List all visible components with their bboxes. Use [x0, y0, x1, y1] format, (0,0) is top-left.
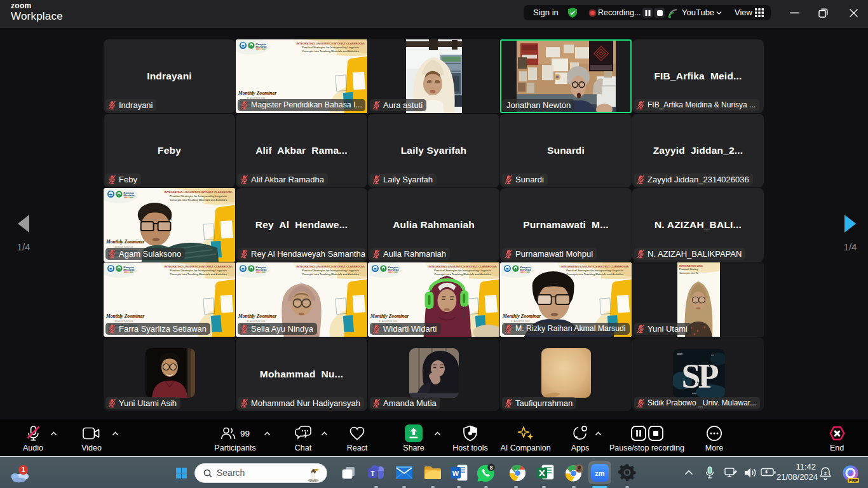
svg-text:Concepts into Te: Concepts into Te: [679, 272, 698, 274]
svg-text:1: 1: [22, 466, 25, 473]
svg-text:SP: SP: [681, 357, 718, 395]
svg-text:z: z: [824, 470, 827, 476]
svg-text:W: W: [452, 470, 459, 477]
svg-text:8: 8: [490, 464, 493, 471]
svg-text:INTEGRATING LING: INTEGRATING LING: [679, 264, 703, 268]
svg-text:Practical Strateg: Practical Strateg: [679, 269, 698, 271]
svg-text:T: T: [370, 470, 374, 477]
svg-text:zm: zm: [595, 470, 605, 477]
